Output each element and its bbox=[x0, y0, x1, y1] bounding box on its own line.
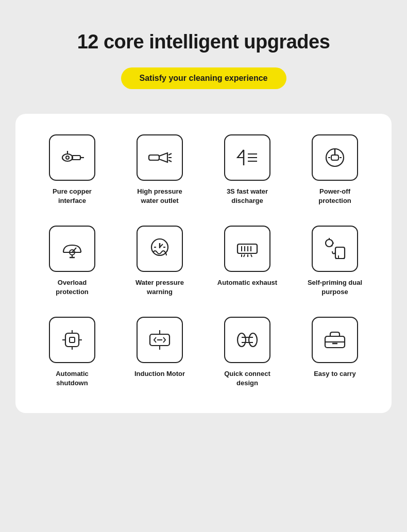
list-item: Automatic shutdown bbox=[31, 317, 113, 387]
list-item: Self-priming dual purpose bbox=[294, 226, 376, 296]
self-priming-label: Self-priming dual purpose bbox=[304, 278, 366, 296]
3s-water-label: 3S fast water discharge bbox=[216, 187, 278, 205]
easy-carry-label: Easy to carry bbox=[314, 369, 356, 379]
pure-copper-label: Pure copper interface bbox=[41, 187, 103, 205]
self-priming-icon-box bbox=[312, 226, 358, 272]
svg-line-6 bbox=[168, 153, 172, 155]
power-off-label: Power-off protection bbox=[304, 187, 366, 205]
auto-shutdown-label: Automatic shutdown bbox=[41, 369, 103, 387]
list-item: Overload protection bbox=[31, 226, 113, 296]
svg-line-8 bbox=[168, 160, 172, 162]
list-item: Induction Motor bbox=[118, 317, 201, 387]
water-pressure-icon-box bbox=[137, 226, 183, 272]
auto-exhaust-icon bbox=[233, 235, 261, 263]
high-pressure-icon-box bbox=[137, 134, 183, 181]
svg-rect-39 bbox=[70, 337, 75, 342]
water-pressure-icon bbox=[146, 235, 174, 263]
pure-copper-icon-box bbox=[49, 134, 95, 181]
list-item: Power-off protection bbox=[294, 134, 376, 205]
pure-copper-icon bbox=[58, 144, 86, 171]
main-title: 12 core intelligent upgrades bbox=[77, 31, 330, 53]
list-item: 3S fast water discharge bbox=[206, 134, 289, 205]
quick-connect-icon-box bbox=[224, 317, 270, 363]
svg-point-49 bbox=[249, 333, 257, 347]
svg-line-35 bbox=[331, 245, 332, 246]
svg-point-48 bbox=[238, 333, 246, 347]
auto-exhaust-icon-box bbox=[224, 226, 270, 272]
auto-shutdown-icon bbox=[58, 326, 86, 354]
induction-motor-icon-box bbox=[137, 317, 183, 363]
svg-rect-5 bbox=[149, 155, 159, 160]
high-pressure-label: High pressure water outlet bbox=[129, 187, 191, 205]
auto-shutdown-icon-box bbox=[49, 317, 95, 363]
svg-rect-38 bbox=[65, 333, 79, 347]
list-item: Quick connect design bbox=[206, 317, 289, 387]
list-item: Water pressure warning bbox=[118, 226, 201, 296]
high-pressure-icon bbox=[146, 144, 174, 171]
badge-label: Satisfy your cleaning experience bbox=[121, 67, 286, 89]
quick-connect-label: Quick connect design bbox=[216, 369, 278, 387]
feature-grid: Pure copper interface High pressure wate… bbox=[31, 134, 376, 387]
overload-icon bbox=[58, 235, 86, 263]
3s-water-icon-box bbox=[224, 134, 270, 181]
self-priming-icon bbox=[321, 235, 349, 263]
list-item: High pressure water outlet bbox=[118, 134, 201, 205]
easy-carry-icon-box bbox=[312, 317, 358, 363]
quick-connect-icon bbox=[233, 326, 261, 354]
3s-water-icon bbox=[233, 144, 261, 171]
svg-rect-36 bbox=[335, 247, 345, 259]
water-pressure-label: Water pressure warning bbox=[129, 278, 191, 296]
svg-point-4 bbox=[66, 156, 69, 159]
svg-rect-14 bbox=[331, 155, 338, 160]
list-item: Automatic exhaust bbox=[206, 226, 289, 296]
power-off-icon bbox=[321, 144, 349, 171]
induction-motor-icon bbox=[146, 326, 174, 354]
list-item: Pure copper interface bbox=[31, 134, 113, 205]
induction-motor-label: Induction Motor bbox=[134, 369, 185, 379]
power-off-icon-box bbox=[312, 134, 358, 181]
svg-point-0 bbox=[62, 154, 73, 161]
list-item: Easy to carry bbox=[294, 317, 376, 387]
overload-label: Overload protection bbox=[41, 278, 103, 296]
auto-exhaust-label: Automatic exhaust bbox=[217, 278, 277, 287]
overload-icon-box bbox=[49, 226, 95, 272]
easy-carry-icon bbox=[321, 326, 349, 354]
svg-rect-1 bbox=[72, 156, 80, 160]
feature-card: Pure copper interface High pressure wate… bbox=[15, 114, 392, 413]
